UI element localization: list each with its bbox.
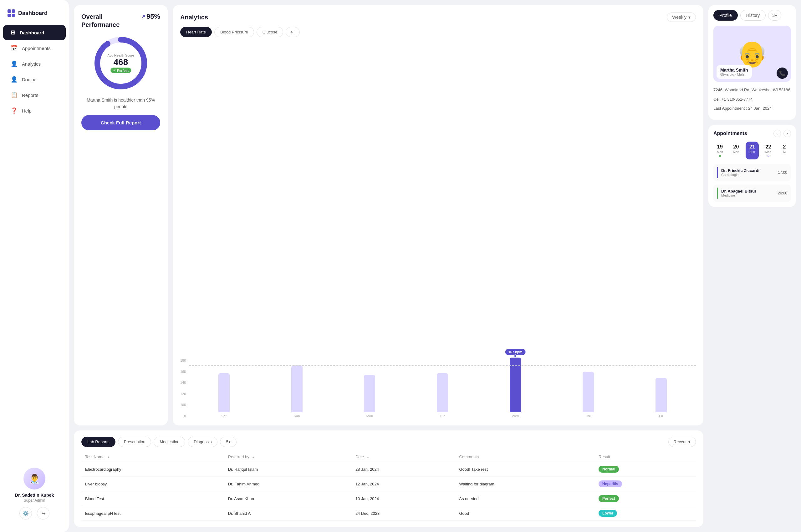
sidebar-item-doctor[interactable]: 👤 Doctor <box>3 72 66 87</box>
result-badge: Perfect <box>599 495 619 502</box>
tab-more[interactable]: 4+ <box>286 27 300 37</box>
y-label-160: 160 <box>180 370 186 374</box>
call-button[interactable]: 📞 <box>777 68 788 79</box>
cell-test: Electrocardiography <box>81 462 224 477</box>
bar-fri-label: Fri <box>659 414 663 418</box>
table-row: Esophageal pH test Dr. Shahid Ali 24 Dec… <box>81 506 696 521</box>
tab-profile-more[interactable]: 3+ <box>768 10 781 21</box>
patient-name: Martha Smith <box>720 68 748 73</box>
date-item-21[interactable]: 21 Sun <box>746 141 759 159</box>
sidebar-item-reports[interactable]: 📋 Reports <box>3 88 66 102</box>
appt-time-2: 20:00 <box>778 191 787 195</box>
calendar-next-button[interactable]: › <box>783 130 791 137</box>
bar-mon-rect <box>364 375 375 412</box>
result-badge: Normal <box>599 466 619 473</box>
y-label-180: 180 <box>180 359 186 362</box>
date-item-22[interactable]: 22 Mon <box>762 141 775 159</box>
sidebar-item-help[interactable]: ❓ Help <box>3 103 66 118</box>
chart-area: 0 100 120 140 160 180 Sat <box>180 42 696 418</box>
tab-history[interactable]: History <box>740 10 766 21</box>
dot-22 <box>767 155 769 157</box>
appt-doctor-1: Dr. Friedric Ziccardi <box>721 168 775 173</box>
date-num-22: 22 <box>766 144 771 150</box>
lab-header: Lab Reports Prescription Medication Diag… <box>81 437 696 447</box>
appointment-item-2[interactable]: Dr. Abagael Bitsui Medicine 20:00 <box>713 185 791 202</box>
bar-sat: Sat <box>189 373 259 418</box>
y-label-100: 100 <box>180 403 186 407</box>
sidebar-item-analytics[interactable]: 👤 Analytics <box>3 56 66 71</box>
bar-sun: Sun <box>262 365 332 418</box>
sidebar-user-section: 👨‍⚕️ Dr. Sadettin Kupek Super Admin ⚙️ ↪ <box>0 461 69 526</box>
y-axis: 0 100 120 140 160 180 <box>180 359 189 418</box>
weekly-filter-button[interactable]: Weekly ▾ <box>667 13 696 22</box>
performance-header: Overall Performance ↗ 95% <box>81 13 160 29</box>
doctor-icon: 👤 <box>11 76 18 83</box>
appt-line-purple <box>717 167 718 178</box>
cell-comments: Good <box>455 506 595 521</box>
appt-info-1: Dr. Friedric Ziccardi Cardiologist <box>721 168 775 177</box>
date-num-20: 20 <box>733 144 739 150</box>
tab-medication[interactable]: Medication <box>153 437 185 447</box>
percent-value: 95% <box>146 13 160 21</box>
patient-info-overlay: Martha Smith 65yrs old · Male <box>716 65 752 79</box>
cell-doctor: Dr. Shahid Ali <box>224 506 352 521</box>
cell-result: Perfect <box>595 491 696 506</box>
analytics-icon: 👤 <box>11 60 18 67</box>
tab-prescription[interactable]: Prescription <box>118 437 151 447</box>
date-day-21: Sun <box>749 150 755 154</box>
col-test-name: Test Name ▲ <box>81 452 224 462</box>
perfect-badge: ✓ Perfect <box>110 68 131 73</box>
health-description: Martha Smith is healthier than 95% peopl… <box>81 97 160 110</box>
logout-button[interactable]: ↪ <box>37 507 50 519</box>
col-referred-by: Referred by ▲ <box>224 452 352 462</box>
chevron-down-icon: ▾ <box>688 15 691 20</box>
cell-result: Normal <box>595 462 696 477</box>
bar-thu-rect <box>583 372 594 412</box>
performance-title: Overall Performance <box>81 13 141 29</box>
date-item-2[interactable]: 2 M <box>778 141 791 159</box>
appointments-icon: 📅 <box>11 45 18 52</box>
logo-icon <box>7 10 15 17</box>
check-report-button[interactable]: Check Full Report <box>81 115 160 130</box>
settings-button[interactable]: ⚙️ <box>19 507 32 519</box>
tab-blood-pressure[interactable]: Blood Pressure <box>214 27 254 37</box>
tab-lab-reports[interactable]: Lab Reports <box>81 437 115 447</box>
center-column: Overall Performance ↗ 95% Avg Health Sco… <box>74 5 703 527</box>
sidebar-item-dashboard[interactable]: ⊞ Dashboard <box>3 25 66 40</box>
avg-label: Avg Health Score <box>107 54 134 57</box>
y-label-140: 140 <box>180 381 186 384</box>
cell-result: Lower <box>595 506 696 521</box>
patient-age-gender: 65yrs old · Male <box>720 73 748 76</box>
appt-line-green <box>717 188 718 199</box>
tab-diagnosis[interactable]: Diagnosis <box>188 437 217 447</box>
sidebar-label-doctor: Doctor <box>22 77 36 82</box>
date-item-20[interactable]: 20 Mon <box>730 141 743 159</box>
table-row: Electrocardiography Dr. Rafiqul Islam 28… <box>81 462 696 477</box>
bars-row: Sat Sun Mon <box>189 358 696 418</box>
sidebar-label-dashboard: Dashboard <box>20 30 44 35</box>
appt-specialty-1: Cardiologist <box>721 173 775 177</box>
tab-heart-rate[interactable]: Heart Rate <box>180 27 212 37</box>
tab-lab-more[interactable]: 5+ <box>220 437 237 447</box>
bars-area: Sat Sun Mon <box>189 358 696 418</box>
main-content: Overall Performance ↗ 95% Avg Health Sco… <box>69 0 801 532</box>
sidebar-item-appointments[interactable]: 📅 Appointments <box>3 41 66 56</box>
tab-profile[interactable]: Profile <box>713 10 738 21</box>
recent-filter-button[interactable]: Recent ▾ <box>668 437 696 447</box>
performance-percent: ↗ 95% <box>141 13 160 21</box>
admin-role: Super Admin <box>6 498 62 502</box>
bar-thu-label: Thu <box>585 414 591 418</box>
cell-date: 24 Dec, 2023 <box>352 506 456 521</box>
date-item-19[interactable]: 19 Mon <box>713 141 727 159</box>
calendar-prev-button[interactable]: ‹ <box>773 130 781 137</box>
performance-card: Overall Performance ↗ 95% Avg Health Sco… <box>74 5 168 425</box>
calendar-nav: ‹ › <box>773 130 791 137</box>
col-result: Result <box>595 452 696 462</box>
bar-sat-label: Sat <box>221 414 227 418</box>
help-icon: ❓ <box>11 107 18 114</box>
lab-table: Test Name ▲ Referred by ▲ Date ▲ Comment… <box>81 452 696 521</box>
appointment-item-1[interactable]: Dr. Friedric Ziccardi Cardiologist 17:00 <box>713 164 791 181</box>
result-badge: Lower <box>599 510 617 517</box>
cell-date: 10 Jan, 2024 <box>352 491 456 506</box>
tab-glucose[interactable]: Glucose <box>257 27 284 37</box>
